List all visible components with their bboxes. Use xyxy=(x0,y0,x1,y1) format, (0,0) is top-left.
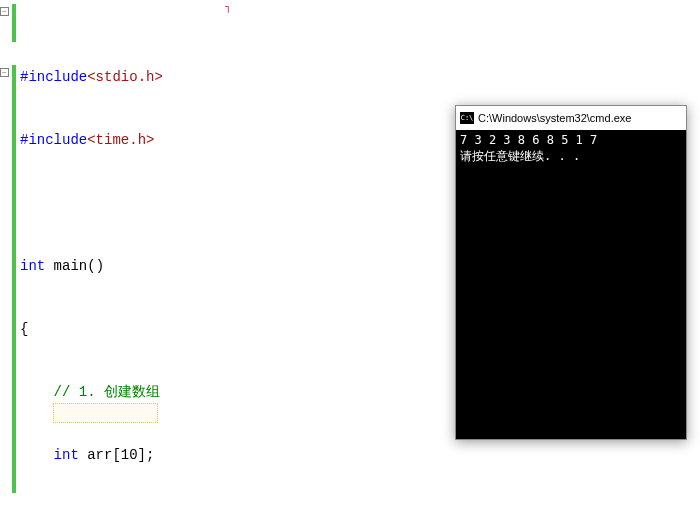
code-token: <stdio.h> xyxy=(87,69,163,85)
cmd-icon: C:\ xyxy=(460,112,474,124)
code-token: arr[10]; xyxy=(79,447,155,463)
code-token: { xyxy=(20,321,28,337)
code-token: main() xyxy=(45,258,104,274)
code-comment: // 1. 创建数组 xyxy=(20,384,160,400)
cmd-window: C:\ C:\Windows\system32\cmd.exe 7 3 2 3 … xyxy=(455,105,687,440)
cmd-prompt-line: 请按任意键继续. . . xyxy=(460,149,682,165)
cmd-output-line: 7 3 2 3 8 6 8 5 1 7 xyxy=(460,133,682,149)
code-token: int xyxy=(20,447,79,463)
fold-toggle-icon[interactable]: − xyxy=(0,7,9,16)
code-token: #include xyxy=(20,132,87,148)
code-token: <time.h> xyxy=(87,132,154,148)
mark-icon: ┐ xyxy=(225,0,231,15)
cmd-title: C:\Windows\system32\cmd.exe xyxy=(478,110,631,127)
code-token: int xyxy=(20,258,45,274)
cmd-titlebar[interactable]: C:\ C:\Windows\system32\cmd.exe xyxy=(456,106,686,130)
editor-gutter: − − xyxy=(0,0,16,513)
code-token: #include xyxy=(20,69,87,85)
cmd-output[interactable]: 7 3 2 3 8 6 8 5 1 7 请按任意键继续. . . xyxy=(456,130,686,167)
fold-toggle-icon[interactable]: − xyxy=(0,68,9,77)
